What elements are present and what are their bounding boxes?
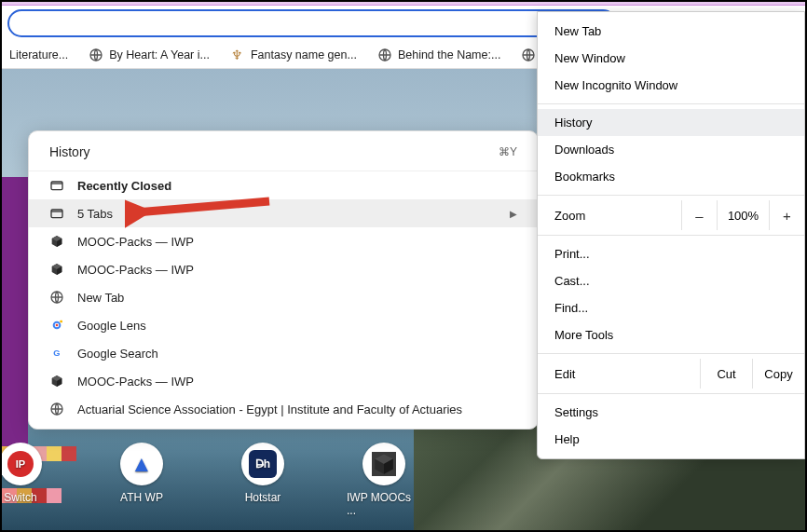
history-item-label: MOOC-Packs — IWP — [77, 375, 194, 389]
chevron-right-icon: ▶ — [510, 209, 517, 219]
menu-history[interactable]: History — [538, 109, 804, 136]
cube-icon — [372, 452, 396, 476]
menu-new-incognito[interactable]: New Incognito Window — [538, 72, 804, 99]
history-item-label: 5 Tabs — [77, 207, 113, 221]
history-item[interactable]: GGoogle Search — [29, 339, 538, 367]
menu-find[interactable]: Find... — [538, 294, 804, 321]
menu-new-tab[interactable]: New Tab — [538, 18, 804, 45]
chrome-main-menu: New Tab New Window New Incognito Window … — [537, 11, 805, 459]
shortcut[interactable]: D̶h Hotstar — [226, 443, 300, 517]
history-item[interactable]: MOOC-Packs — IWP — [29, 367, 538, 395]
menu-zoom-row: Zoom – 100% + — [538, 200, 804, 230]
bookmark-item[interactable]: Behind the Name:... — [377, 48, 500, 62]
zoom-label: Zoom — [538, 202, 681, 229]
globe-icon — [49, 290, 64, 305]
menu-edit-row: Edit Cut Copy — [538, 359, 804, 389]
tab-icon — [49, 178, 64, 193]
zoom-in-button[interactable]: + — [769, 200, 804, 230]
shortcut[interactable]: IWP MOOCs ... — [347, 443, 421, 517]
history-item[interactable]: 5 Tabs▶ — [29, 199, 538, 227]
svg-line-16 — [136, 201, 269, 212]
history-item-label: Actuarial Science Association - Egypt | … — [77, 402, 462, 416]
tabs-icon — [49, 206, 64, 221]
menu-more-tools[interactable]: More Tools — [538, 321, 804, 348]
shortcut-label: Switch — [4, 491, 36, 504]
bookmark-label: By Heart: A Year i... — [109, 48, 210, 61]
bookmark-label: Literature... — [9, 48, 68, 61]
menu-bookmarks[interactable]: Bookmarks — [538, 163, 804, 190]
history-submenu: History ⌘Y Recently Closed 5 Tabs▶MOOC-P… — [28, 130, 539, 430]
history-item-label: Google Lens — [77, 319, 146, 333]
history-title: History — [49, 144, 90, 159]
history-item-label: MOOC-Packs — IWP — [77, 235, 194, 249]
history-header[interactable]: History ⌘Y — [29, 131, 538, 171]
svg-point-11 — [56, 324, 59, 327]
cube-icon — [49, 234, 64, 249]
shortcut-badge: ▲ — [130, 451, 153, 477]
bookmark-item[interactable]: ♆ Fantasy name gen... — [230, 48, 357, 62]
annotation-arrow — [125, 192, 274, 229]
globe-icon — [377, 48, 392, 62]
menu-print[interactable]: Print... — [538, 240, 804, 267]
menu-settings[interactable]: Settings — [538, 399, 804, 426]
separator — [538, 195, 804, 196]
history-item-label: New Tab — [77, 291, 124, 305]
menu-new-window[interactable]: New Window — [538, 45, 804, 72]
recently-closed-header: Recently Closed — [29, 171, 538, 199]
globe-icon — [49, 402, 64, 416]
menu-downloads[interactable]: Downloads — [538, 136, 804, 163]
svg-text:G: G — [53, 348, 60, 358]
ntp-shortcuts: IP Switch ▲ ATH WP D̶h Hotstar IWP MOOCs… — [2, 443, 421, 517]
globe-icon — [89, 48, 103, 62]
history-item-label: MOOC-Packs — IWP — [77, 263, 194, 277]
history-shortcut: ⌘Y — [499, 145, 517, 158]
separator — [538, 393, 804, 394]
shortcut[interactable]: ▲ ATH WP — [104, 443, 179, 517]
separator — [538, 235, 804, 236]
staff-icon: ♆ — [230, 48, 245, 62]
history-item-label: Google Search — [77, 347, 158, 361]
history-item[interactable]: Google Lens — [29, 311, 538, 339]
globe-icon — [521, 48, 536, 62]
history-item[interactable]: Actuarial Science Association - Egypt | … — [29, 395, 538, 423]
copy-button[interactable]: Copy — [752, 359, 804, 389]
zoom-out-button[interactable]: – — [681, 200, 717, 230]
shortcut-badge: D̶h — [249, 450, 277, 478]
shortcut-label: ATH WP — [120, 491, 163, 504]
cut-button[interactable]: Cut — [700, 359, 752, 389]
history-item[interactable]: MOOC-Packs — IWP — [29, 255, 538, 283]
separator — [538, 353, 804, 354]
decor — [2, 177, 28, 457]
shortcut-label: IWP MOOCs ... — [347, 491, 421, 517]
shortcut-label: Hotstar — [245, 491, 281, 504]
cube-icon — [49, 374, 64, 389]
history-item[interactable]: New Tab — [29, 283, 538, 311]
bookmark-label: Fantasy name gen... — [251, 48, 357, 61]
cube-icon — [49, 262, 64, 277]
history-item[interactable]: MOOC-Packs — IWP — [29, 227, 538, 255]
menu-cast[interactable]: Cast... — [538, 267, 804, 294]
bookmark-item[interactable]: Literature... — [9, 48, 68, 61]
edit-label: Edit — [538, 361, 700, 388]
shortcut-badge: IP — [7, 451, 34, 477]
bookmark-label: Behind the Name:... — [398, 48, 500, 61]
svg-rect-7 — [51, 182, 62, 190]
g-icon: G — [49, 346, 64, 361]
menu-help[interactable]: Help — [538, 426, 804, 453]
lens-icon — [49, 318, 64, 333]
svg-rect-8 — [51, 210, 62, 218]
shortcut[interactable]: IP Switch — [0, 443, 58, 517]
separator — [538, 103, 804, 104]
address-bar[interactable] — [7, 9, 617, 37]
zoom-percent: 100% — [717, 200, 769, 230]
bookmark-item[interactable]: By Heart: A Year i... — [89, 48, 210, 62]
svg-rect-12 — [60, 321, 62, 323]
